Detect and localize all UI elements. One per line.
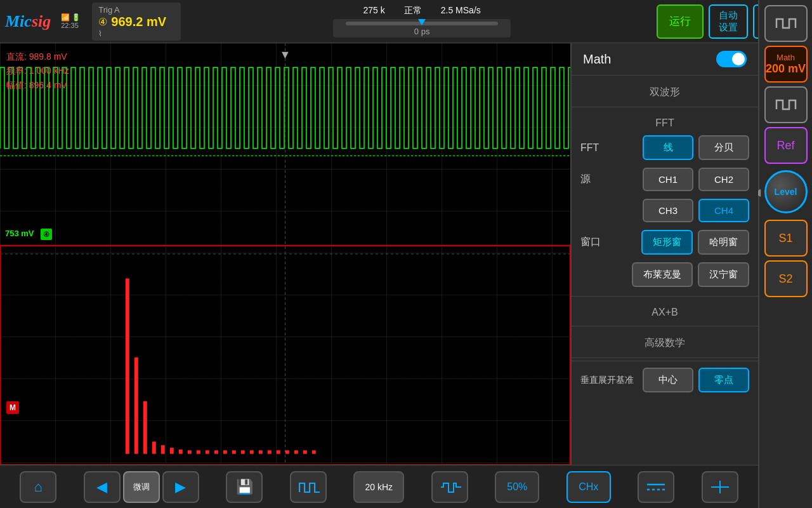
wifi-icon: 📶 🔋 bbox=[61, 13, 81, 22]
vertical-ref-btn-group: 中心 零点 bbox=[643, 368, 749, 392]
dash-button[interactable] bbox=[638, 471, 674, 503]
amplitude-stat: 幅值: 896.4 mV bbox=[6, 78, 69, 92]
main-area: ▼ 直流: 989.8 mV 频率: 1.000 kHz 幅值: 896.4 m… bbox=[0, 43, 758, 465]
s1-button[interactable]: S1 bbox=[764, 220, 808, 257]
vertical-ref-label: 垂直展开基准 bbox=[580, 375, 634, 386]
bottom-bar: ⌂ ◀ 微调 ▶ 💾 20 kHz 50% CHx bbox=[0, 465, 758, 508]
fft-btn-group: 线 分贝 bbox=[643, 135, 749, 160]
source-btn-group: CH1 CH2 bbox=[643, 168, 749, 191]
hanning-window-button[interactable]: 哈明窗 bbox=[698, 230, 749, 255]
fft-options-row: FFT 线 分贝 bbox=[572, 131, 758, 164]
next-button[interactable]: ▶ bbox=[162, 471, 199, 503]
ref-channel-btn[interactable]: Ref bbox=[764, 127, 808, 164]
math-header: Math bbox=[572, 43, 758, 76]
center-button[interactable]: 中心 bbox=[643, 368, 693, 392]
source-row: 源 CH1 CH2 bbox=[572, 164, 758, 195]
fft-label: FFT bbox=[580, 142, 599, 154]
timebase-bar: 0 ps bbox=[333, 19, 511, 37]
save-button[interactable]: 💾 bbox=[226, 471, 263, 503]
status-text: 正常 bbox=[404, 5, 422, 17]
window-row-2: 布莱克曼 汉宁窗 bbox=[572, 258, 758, 291]
micro-button[interactable]: 微调 bbox=[123, 471, 160, 503]
math-marker: M bbox=[6, 401, 19, 414]
window-row: 窗口 矩形窗 哈明窗 bbox=[572, 226, 758, 258]
split-icon bbox=[709, 478, 731, 496]
trigger-info: Trig A ④ 969.2 mV ⌇ bbox=[92, 3, 181, 41]
ch4-button[interactable]: CH4 bbox=[698, 199, 749, 222]
stats-overlay: 直流: 989.8 mV 频率: 1.000 kHz 幅值: 896.4 mV bbox=[6, 50, 69, 92]
dual-wave-label: 双波形 bbox=[572, 81, 758, 102]
next-icon: ▶ bbox=[175, 479, 186, 495]
ch4-level-label: 753 mV bbox=[5, 229, 34, 238]
percent-button[interactable]: 50% bbox=[495, 471, 539, 503]
wave1-icon bbox=[297, 478, 320, 496]
right-sidebar: Math 200 mV Ref ◀ Level S1 S2 bbox=[758, 0, 812, 508]
wave2-button[interactable] bbox=[431, 471, 468, 503]
sine-icon bbox=[773, 95, 799, 114]
source-row-2: CH3 CH4 bbox=[572, 195, 758, 226]
status-icons: 📶 🔋 22:35 bbox=[61, 13, 81, 29]
waveform-btn-2[interactable] bbox=[764, 86, 808, 123]
hamming-window-button[interactable]: 汉宁窗 bbox=[698, 262, 749, 287]
level-knob[interactable]: Level bbox=[764, 170, 808, 213]
oscilloscope-display[interactable]: ▼ 直流: 989.8 mV 频率: 1.000 kHz 幅值: 896.4 m… bbox=[0, 43, 571, 465]
ch4-marker: ④ bbox=[41, 229, 52, 240]
ch3-button[interactable]: CH3 bbox=[643, 199, 693, 222]
top-bar: Micsig 📶 🔋 22:35 Trig A ④ 969.2 mV ⌇ 275… bbox=[0, 0, 812, 43]
logo-text: Mic bbox=[5, 12, 32, 30]
math-title: Math bbox=[583, 52, 611, 67]
sample-count: 275 k bbox=[363, 5, 385, 17]
chx-button[interactable]: CHx bbox=[566, 471, 611, 503]
center-info: 275 k 正常 2.5 MSa/s 0 ps bbox=[192, 5, 652, 37]
wave2-icon bbox=[438, 478, 461, 496]
math-channel-label: Math bbox=[776, 53, 795, 62]
waveform-btn-1[interactable] bbox=[764, 5, 808, 42]
rectangular-window-button[interactable]: 矩形窗 bbox=[641, 230, 693, 255]
auto-setup-button[interactable]: 自动 设置 bbox=[709, 4, 748, 39]
pulse-icon bbox=[773, 14, 799, 33]
dual-wave-section: 双波形 bbox=[572, 76, 758, 107]
trigger-label: Trig A bbox=[98, 5, 174, 15]
prev-button[interactable]: ◀ bbox=[84, 471, 121, 503]
fft-section: FFT FFT 线 分贝 源 CH1 CH2 CH3 bbox=[572, 107, 758, 297]
zero-button[interactable]: 零点 bbox=[698, 368, 749, 392]
math-toggle[interactable] bbox=[716, 51, 747, 67]
trigger-channel: ④ bbox=[98, 16, 107, 28]
right-panel: Math 双波形 FFT FFT 线 分贝 源 bbox=[571, 43, 758, 465]
run-button[interactable]: 运行 bbox=[657, 4, 704, 39]
freq-stat: 频率: 1.000 kHz bbox=[6, 64, 69, 77]
split-button[interactable] bbox=[702, 471, 738, 503]
axb-section: AX+B bbox=[572, 297, 758, 326]
timebase-line bbox=[346, 22, 498, 25]
logo: Micsig bbox=[5, 12, 51, 31]
trigger-marker: ▼ bbox=[280, 48, 291, 62]
logo-text2: sig bbox=[32, 12, 51, 30]
timebase-cursor bbox=[418, 19, 426, 25]
dc-stat: 直流: 989.8 mV bbox=[6, 50, 69, 64]
trigger-value: 969.2 mV bbox=[111, 15, 166, 29]
micro-label: 微调 bbox=[133, 481, 150, 493]
prev-icon: ◀ bbox=[96, 479, 107, 495]
wave1-button[interactable] bbox=[290, 471, 327, 503]
waveform-canvas bbox=[0, 43, 570, 465]
sample-rate: 2.5 MSa/s bbox=[441, 5, 481, 17]
freq-button[interactable]: 20 kHz bbox=[353, 471, 404, 503]
window-label: 窗口 bbox=[580, 236, 601, 249]
ch2-button[interactable]: CH2 bbox=[698, 168, 749, 191]
advanced-math-section: 高级数学 bbox=[572, 326, 758, 358]
timebase-value: 0 ps bbox=[414, 27, 430, 36]
home-button[interactable]: ⌂ bbox=[20, 471, 56, 503]
math-channel-btn[interactable]: Math 200 mV bbox=[764, 46, 808, 83]
ch1-button[interactable]: CH1 bbox=[643, 168, 693, 191]
advanced-math-label: 高级数学 bbox=[572, 331, 758, 352]
level-knob-container: ◀ Level bbox=[764, 170, 808, 213]
axb-label: AX+B bbox=[572, 302, 758, 321]
save-icon: 💾 bbox=[236, 479, 253, 495]
fft-line-button[interactable]: 线 bbox=[643, 135, 693, 160]
source-btn-group-2: CH3 CH4 bbox=[643, 199, 749, 222]
fft-db-button[interactable]: 分贝 bbox=[698, 135, 749, 160]
top-stats: 275 k 正常 2.5 MSa/s bbox=[363, 5, 481, 17]
s2-button[interactable]: S2 bbox=[764, 260, 808, 297]
home-icon: ⌂ bbox=[34, 479, 43, 495]
blackman-window-button[interactable]: 布莱克曼 bbox=[632, 262, 693, 287]
